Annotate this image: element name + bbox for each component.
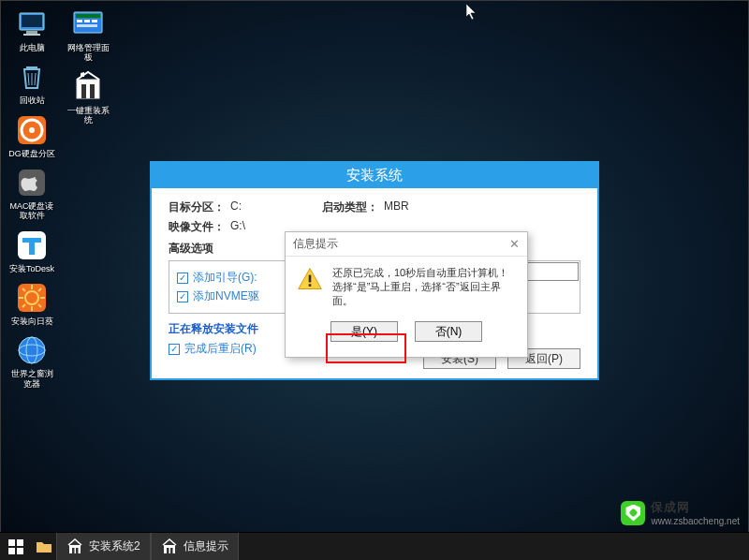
svg-rect-4 [26, 66, 37, 69]
svg-rect-39 [17, 539, 23, 546]
start-button[interactable] [0, 533, 32, 560]
svg-rect-35 [90, 84, 95, 98]
svg-rect-34 [81, 84, 86, 98]
image-file-value: G:\ [230, 219, 245, 235]
svg-rect-38 [8, 539, 15, 546]
watermark-brand: 保成网 [651, 499, 740, 516]
desktop-icon-one-click-reinstall[interactable]: 一键重装系统 [64, 70, 112, 125]
svg-rect-2 [26, 31, 37, 34]
house-icon [66, 538, 83, 555]
desktop-icon-recycle-bin[interactable]: 回收站 [7, 60, 56, 105]
svg-rect-42 [69, 545, 81, 553]
watermark: 保成网 www.zsbaocheng.net [621, 499, 740, 526]
svg-rect-33 [77, 80, 99, 98]
svg-rect-30 [84, 20, 90, 22]
desktop: 此电脑 回收站 DG硬盘分区 MAC硬盘读取软件 安装ToDesk 安装向日葵 [7, 7, 112, 389]
svg-rect-32 [77, 24, 97, 27]
svg-line-7 [35, 73, 36, 85]
taskbar-quick-launch[interactable] [32, 533, 56, 560]
desktop-icon-network-panel[interactable]: 网络管理面板 [64, 7, 112, 63]
image-file-label: 映像文件： [169, 219, 225, 235]
mouse-cursor-icon [466, 4, 477, 21]
dialog-line2: 选择“是”马上重启，选择“否”返回主界面。 [332, 280, 516, 308]
warning-icon [297, 266, 323, 292]
svg-line-5 [28, 73, 29, 85]
house-icon [161, 538, 178, 555]
desktop-icon-install-sunlogin[interactable]: 安装向日葵 [7, 281, 56, 326]
svg-rect-47 [170, 548, 173, 553]
no-button[interactable]: 否(N) [415, 321, 482, 342]
dialog-line1: 还原已完成，10秒后自动重启计算机！ [332, 266, 516, 280]
dialog-title: 信息提示 [293, 236, 338, 252]
svg-rect-46 [167, 548, 169, 553]
svg-rect-1 [22, 15, 42, 27]
desktop-icon-install-todesk[interactable]: 安装ToDesk [7, 228, 56, 273]
svg-rect-29 [77, 20, 82, 22]
folder-icon[interactable] [36, 538, 52, 555]
installer-title: 安装系统 [152, 163, 597, 188]
desktop-icon-world-browser[interactable]: 世界之窗浏览器 [7, 333, 56, 389]
svg-rect-31 [92, 20, 97, 22]
svg-rect-36 [309, 275, 312, 283]
desktop-icon-dg-partition[interactable]: DG硬盘分区 [7, 113, 56, 158]
svg-point-10 [29, 127, 35, 133]
svg-rect-37 [309, 284, 312, 287]
svg-rect-3 [23, 34, 40, 36]
svg-rect-45 [164, 545, 175, 553]
svg-rect-44 [76, 548, 79, 553]
desktop-icon-mac-disk-reader[interactable]: MAC硬盘读取软件 [7, 166, 56, 221]
svg-rect-40 [8, 548, 15, 554]
svg-rect-28 [76, 14, 100, 18]
boot-type-value: MBR [384, 199, 409, 215]
boot-type-label: 启动类型： [322, 199, 378, 215]
target-partition-label: 目标分区： [169, 199, 225, 215]
desktop-icon-this-pc[interactable]: 此电脑 [7, 7, 56, 52]
info-dialog: 信息提示 ✕ 还原已完成，10秒后自动重启计算机！ 选择“是”马上重启，选择“否… [285, 231, 528, 358]
shield-icon [621, 501, 645, 525]
close-icon[interactable]: ✕ [509, 237, 520, 251]
taskbar-item-install-system[interactable]: 安装系统2 [56, 533, 151, 560]
taskbar: 安装系统2 信息提示 [0, 532, 749, 560]
target-partition-value: C: [230, 199, 242, 215]
taskbar-item-info-prompt[interactable]: 信息提示 [151, 533, 239, 560]
watermark-url: www.zsbaocheng.net [651, 516, 740, 526]
svg-rect-43 [72, 548, 75, 553]
svg-rect-41 [17, 548, 23, 554]
yes-button[interactable]: 是(Y) [330, 321, 398, 342]
